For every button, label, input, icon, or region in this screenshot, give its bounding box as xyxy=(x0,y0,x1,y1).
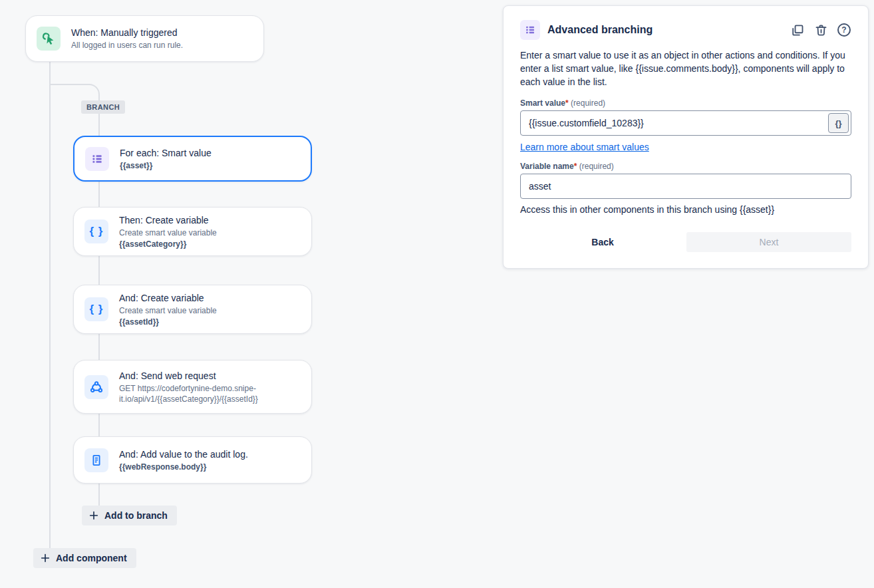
learn-more-link[interactable]: Learn more about smart values xyxy=(520,142,649,152)
node-then-create-variable[interactable]: { } Then: Create variable Create smart v… xyxy=(73,207,312,256)
plus-icon xyxy=(88,510,99,521)
variable-name-input[interactable] xyxy=(521,181,851,192)
node-value: {{asset}} xyxy=(120,160,212,171)
help-icon: ? xyxy=(837,23,851,37)
braces-icon: { } xyxy=(84,297,108,321)
branch-label: BRANCH xyxy=(81,100,125,114)
config-panel: Advanced branching xyxy=(503,5,869,269)
node-value: {{webResponse.body}} xyxy=(119,462,248,472)
smart-value-label: Smart value* (required) xyxy=(520,98,851,108)
node-add-audit-log[interactable]: And: Add value to the audit log. {{webRe… xyxy=(73,436,312,484)
panel-header: Advanced branching xyxy=(520,20,851,40)
panel-footer: Back Next xyxy=(520,232,851,252)
list-icon xyxy=(520,20,540,40)
panel-description: Enter a smart value to use it as an obje… xyxy=(520,49,851,88)
trigger-title: When: Manually triggered xyxy=(71,27,183,39)
plus-icon xyxy=(40,553,51,563)
variable-name-label: Variable name* (required) xyxy=(520,162,851,171)
list-icon xyxy=(85,147,109,171)
node-title: Then: Create variable xyxy=(119,214,217,227)
node-title: For each: Smart value xyxy=(120,147,212,160)
node-title: And: Create variable xyxy=(119,292,217,305)
panel-title: Advanced branching xyxy=(547,24,653,36)
duplicate-button[interactable] xyxy=(790,23,805,37)
node-subtitle: Create smart value variable xyxy=(119,227,217,238)
node-title: And: Send web request xyxy=(119,370,301,382)
manual-trigger-icon xyxy=(37,27,61,51)
copy-icon xyxy=(791,23,805,37)
node-title: And: Add value to the audit log. xyxy=(119,448,248,461)
trigger-node[interactable]: When: Manually triggered All logged in u… xyxy=(25,15,264,62)
node-send-web-request[interactable]: And: Send web request GET https://codefo… xyxy=(73,360,312,414)
add-to-branch-button[interactable]: Add to branch xyxy=(82,506,177,525)
variable-help-text: Access this in other components in this … xyxy=(520,204,851,215)
trash-icon xyxy=(814,23,828,37)
delete-button[interactable] xyxy=(813,23,828,37)
node-for-each-smart-value[interactable]: For each: Smart value {{asset}} xyxy=(73,136,312,182)
add-component-button[interactable]: Add component xyxy=(33,548,136,568)
help-button[interactable]: ? xyxy=(837,23,851,37)
smart-value-field-wrap: {} xyxy=(520,110,851,136)
node-subtitle: GET https://codefortynine-demo.snipe-it.… xyxy=(119,383,301,404)
smart-value-input[interactable] xyxy=(521,118,828,128)
trigger-subtitle: All logged in users can run rule. xyxy=(71,40,183,51)
node-value: {{assetCategory}} xyxy=(119,239,217,249)
node-and-create-variable[interactable]: { } And: Create variable Create smart va… xyxy=(73,285,312,334)
node-subtitle: Create smart value variable xyxy=(119,305,217,316)
node-value: {{assetId}} xyxy=(119,317,217,327)
braces-icon: {} xyxy=(835,118,841,128)
braces-icon: { } xyxy=(84,220,108,243)
next-button[interactable]: Next xyxy=(686,232,851,252)
webhook-icon xyxy=(84,375,108,399)
audit-log-icon xyxy=(84,448,108,472)
insert-smart-value-button[interactable]: {} xyxy=(828,113,849,133)
back-button[interactable]: Back xyxy=(520,232,685,252)
variable-name-field-wrap xyxy=(520,174,851,199)
